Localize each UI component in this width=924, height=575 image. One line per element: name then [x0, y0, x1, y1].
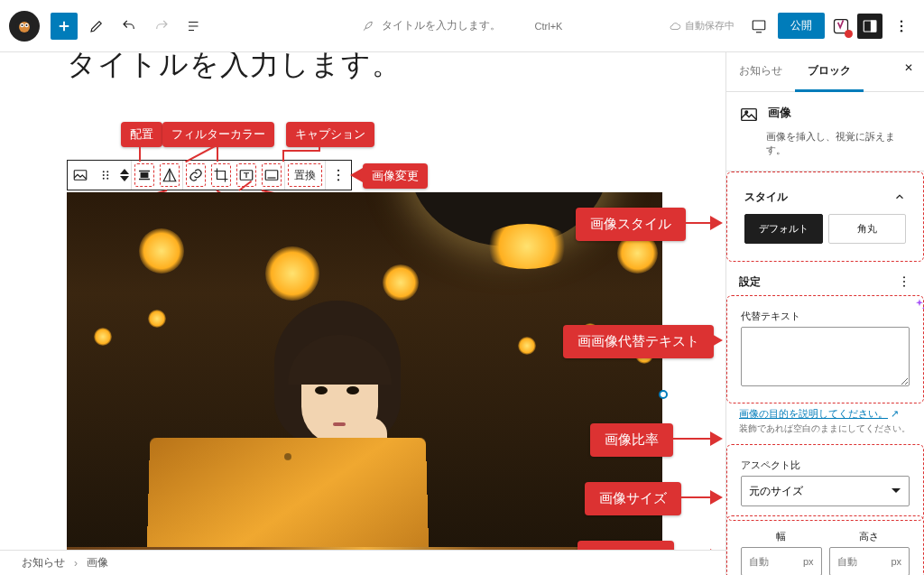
block-name: 画像 — [768, 105, 791, 121]
breadcrumb-item-2[interactable]: 画像 — [87, 555, 108, 570]
device-icon — [751, 18, 767, 34]
alignment-button[interactable] — [132, 161, 157, 190]
breadcrumb-item-1[interactable]: お知らせ — [22, 555, 65, 570]
site-avatar[interactable] — [9, 11, 40, 42]
annotation-alignment: 配置 — [121, 122, 162, 147]
sidebar-tabs: お知らせ ブロック ✕ — [726, 52, 924, 92]
topbar-right: 自動保存中 公開 — [669, 13, 915, 40]
annotation-image-alt: 画画像代替テキスト — [563, 325, 714, 358]
width-label: 幅 — [741, 530, 822, 543]
topbar-left — [9, 11, 208, 42]
tab-notice[interactable]: お知らせ — [726, 52, 795, 91]
annotation-caption: キャプション — [286, 122, 374, 147]
link-icon — [188, 167, 204, 183]
chevron-up-icon[interactable] — [893, 190, 906, 203]
settings-title: 設定 — [739, 274, 761, 290]
alt-text-label: 代替テキスト — [741, 310, 910, 323]
pencil-icon — [88, 18, 105, 34]
width-unit: px — [803, 556, 821, 567]
drag-icon — [97, 167, 114, 183]
toolbar-more-button[interactable] — [326, 161, 351, 190]
cloud-icon — [669, 20, 681, 32]
block-toolbar: 置換 — [67, 160, 352, 190]
style-default-button[interactable]: デフォルト — [744, 214, 823, 244]
aspect-ratio-select[interactable]: 元のサイズ — [741, 476, 910, 506]
undo-icon — [121, 18, 137, 34]
monkey-icon — [14, 15, 35, 37]
caption-button[interactable] — [259, 161, 284, 190]
svg-point-24 — [337, 174, 339, 176]
breadcrumb-footer: お知らせ › 画像 — [0, 550, 725, 575]
svg-rect-26 — [742, 109, 757, 121]
image-block[interactable] — [67, 192, 662, 550]
feather-icon — [362, 20, 374, 32]
svg-rect-22 — [265, 171, 278, 181]
dots-vertical-icon — [330, 167, 346, 183]
yoast-button[interactable] — [830, 15, 852, 37]
document-overview-button[interactable] — [180, 13, 208, 40]
title-area[interactable]: タイトルを入力します。 Ctrl+K — [362, 18, 563, 33]
image-icon — [72, 167, 88, 183]
undo-button[interactable] — [116, 13, 143, 40]
resize-handle-right[interactable] — [659, 390, 668, 399]
duotone-icon — [162, 167, 178, 183]
autosave-status: 自動保存中 — [669, 19, 735, 32]
chevron-up-icon — [120, 168, 129, 175]
style-rounded-button[interactable]: 角丸 — [828, 214, 907, 244]
image-icon — [739, 105, 759, 125]
autosave-text: 自動保存中 — [685, 19, 735, 32]
editor-canvas: タイトルを入力します。 置換 配置 フィルターカラー キャ — [0, 52, 725, 550]
svg-point-27 — [745, 111, 748, 114]
style-panel: スタイル デフォルト 角丸 — [732, 177, 919, 256]
more-options-button[interactable] — [888, 13, 915, 40]
close-sidebar-button[interactable]: ✕ — [893, 52, 924, 91]
preview-button[interactable] — [745, 13, 772, 40]
redo-button[interactable] — [148, 13, 175, 40]
alt-text-panel: 代替テキスト — [732, 301, 919, 398]
svg-point-1 — [19, 22, 30, 32]
drag-handle[interactable] — [93, 161, 118, 190]
block-description: 画像を挿入し、視覚に訴えます。 — [766, 130, 911, 158]
replace-button[interactable]: 置換 — [285, 161, 325, 190]
post-title[interactable]: タイトルを入力します。 — [67, 52, 402, 85]
height-input[interactable] — [830, 556, 892, 567]
shortcut-hint: Ctrl+K — [535, 21, 563, 32]
style-panel-title: スタイル — [744, 190, 788, 205]
aspect-ratio-label: アスペクト比 — [741, 459, 910, 472]
crop-button[interactable] — [208, 161, 234, 190]
publish-button[interactable]: 公開 — [778, 13, 825, 39]
annotation-image-resolution: 画像解像度 — [578, 541, 674, 550]
text-overlay-icon — [238, 167, 254, 183]
list-icon — [186, 18, 202, 34]
dimensions-panel: 幅 px 高さ px — [732, 521, 919, 575]
svg-point-4 — [22, 24, 23, 26]
tools-button[interactable] — [83, 13, 110, 40]
settings-header: 設定 — [726, 262, 924, 295]
redo-icon — [153, 18, 170, 34]
svg-point-30 — [903, 285, 905, 287]
block-type-button[interactable] — [68, 161, 93, 190]
link-button[interactable] — [183, 161, 208, 190]
width-input[interactable] — [742, 556, 803, 567]
annotation-image-style: 画像スタイル — [576, 208, 686, 241]
svg-point-18 — [103, 178, 105, 180]
add-block-button[interactable] — [51, 13, 78, 40]
svg-point-28 — [903, 277, 905, 279]
align-icon — [136, 167, 152, 183]
svg-point-11 — [901, 24, 902, 26]
dots-vertical-icon[interactable] — [897, 274, 911, 289]
svg-rect-9 — [872, 21, 876, 32]
caption-icon — [263, 167, 280, 183]
filter-color-button[interactable] — [157, 161, 182, 190]
tab-block[interactable]: ブロック — [795, 52, 864, 92]
block-mover[interactable] — [118, 161, 131, 190]
settings-panel-toggle[interactable] — [857, 14, 882, 39]
editor-top-bar: タイトルを入力します。 Ctrl+K 自動保存中 公開 — [0, 0, 924, 52]
alt-text-input[interactable] — [741, 327, 910, 386]
svg-point-12 — [901, 30, 902, 32]
plus-icon — [56, 18, 72, 34]
block-info-panel: 画像 画像を挿入し、視覚に訴えます。 — [726, 92, 924, 172]
aspect-ratio-panel: アスペクト比 元のサイズ — [732, 450, 919, 515]
alt-text-help-link[interactable]: 画像の目的を説明してください。 — [739, 407, 888, 421]
breadcrumb-separator: › — [74, 557, 78, 570]
